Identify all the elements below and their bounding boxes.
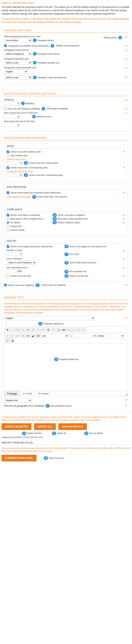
- clear-format-icon[interactable]: ⌫: [36, 334, 40, 338]
- align-center-icon[interactable]: ≡: [72, 328, 76, 332]
- ul-icon[interactable]: •: [5, 334, 10, 338]
- help-icon[interactable]: ❔: [2, 87, 130, 90]
- resize-handle-icon[interactable]: ◢: [126, 394, 127, 396]
- italic-button[interactable]: I: [51, 328, 56, 332]
- refresh-icon[interactable]: ⟳: [123, 217, 125, 220]
- heading-lang-select[interactable]: English: [4, 316, 94, 320]
- tab-design[interactable]: ✎Design: [4, 391, 20, 396]
- refresh-icon[interactable]: ⟳: [125, 99, 128, 102]
- max-tech-input[interactable]: [4, 123, 20, 127]
- weighting-input[interactable]: [4, 102, 20, 105]
- update-selected-button[interactable]: UPDATE SELECTED: [2, 423, 32, 430]
- delivery-date-checkbox[interactable]: [7, 150, 9, 153]
- strike-button[interactable]: abc: [61, 328, 66, 332]
- paragraph-format-select[interactable]: Normal: [97, 334, 124, 338]
- refresh-icon[interactable]: ⟳: [123, 221, 125, 224]
- copy-icon[interactable]: ⧉: [26, 328, 30, 332]
- refresh-icon[interactable]: ⟳: [123, 214, 125, 216]
- refresh-icon[interactable]: ⟳: [125, 112, 128, 115]
- refresh-icon[interactable]: ⟳: [123, 274, 125, 278]
- allow-data-checkbox[interactable]: [7, 218, 9, 220]
- table-icon[interactable]: ▦: [10, 338, 15, 343]
- refresh-icon[interactable]: ⟳: [125, 58, 128, 61]
- undo-icon[interactable]: ↶: [36, 328, 40, 332]
- content-specialist-select[interactable]: Select a user: [4, 75, 32, 80]
- outdent-icon[interactable]: ⇤: [15, 334, 20, 338]
- save-default-button[interactable]: SAVE AS DEFAULT: [58, 423, 87, 430]
- uom-select[interactable]: Select a unit of measure: [7, 260, 36, 265]
- relative-days-radio[interactable]: [7, 154, 9, 157]
- link-icon[interactable]: 🔗: [5, 338, 10, 343]
- supply-pricing-checkbox[interactable]: [7, 245, 9, 248]
- badge-14-label: Allow data on fully complaint items: [58, 218, 88, 220]
- refresh-icon[interactable]: ⟳: [125, 316, 128, 319]
- spellcheck-icon[interactable]: ✓: [10, 328, 15, 332]
- refresh-icon[interactable]: ⟳: [125, 404, 128, 408]
- view-weighting-checkbox[interactable]: [4, 284, 7, 286]
- redo-icon[interactable]: ↷: [41, 328, 46, 332]
- refresh-icon[interactable]: ⟳: [125, 44, 128, 47]
- max-comm-input[interactable]: [4, 114, 20, 118]
- import-excel-button[interactable]: ⬇ IMPORT FROM EXCEL: [2, 455, 36, 462]
- align-right-icon[interactable]: ≡: [76, 328, 81, 332]
- commission-within-input[interactable]: [7, 173, 22, 177]
- fontcolor-icon[interactable]: A▾: [26, 334, 30, 338]
- help-icon[interactable]: ❔: [4, 322, 8, 325]
- delivery-within-input[interactable]: [7, 161, 22, 165]
- font-size-select[interactable]: 1 ...: [69, 334, 96, 338]
- cannot-comply-radio[interactable]: [7, 229, 9, 231]
- ol-icon[interactable]: 1.: [10, 334, 15, 338]
- refresh-icon[interactable]: ⟳: [125, 76, 128, 78]
- print-icon[interactable]: 🖶: [5, 328, 10, 332]
- update-note: Use these links to update all or only th…: [2, 416, 130, 422]
- refresh-icon[interactable]: ⟳: [123, 150, 125, 153]
- prep-select[interactable]: Use all items: [4, 38, 32, 42]
- underline-button[interactable]: U: [56, 328, 61, 332]
- editor-toolbar-2: • 1. ⇤ ⇥ A▾ ◢▾ ⌫ serif 1 ... Normal 🔗 ▦: [4, 333, 128, 344]
- refresh-icon[interactable]: ⟳: [123, 250, 125, 252]
- refresh-icon[interactable]: ⟳: [125, 284, 128, 286]
- refresh-icon[interactable]: ⟳: [125, 107, 128, 110]
- refresh-icon[interactable]: ⟳: [123, 267, 125, 270]
- commission-date-checkbox[interactable]: [7, 166, 9, 169]
- align-justify-icon[interactable]: ≡: [82, 328, 86, 332]
- lang-select[interactable]: English: [4, 69, 28, 74]
- cut-icon[interactable]: ✂: [20, 328, 25, 332]
- comply-fully-radio[interactable]: [7, 225, 9, 228]
- refresh-icon[interactable]: ⟳: [125, 398, 128, 402]
- no-default-radio[interactable]: [7, 221, 9, 224]
- update-all-button[interactable]: UPDATE ALL: [34, 423, 56, 430]
- refresh-icon[interactable]: ⟳: [123, 258, 125, 261]
- find-icon[interactable]: 🔍: [15, 328, 20, 332]
- switch-view-link[interactable]: Switch to extended view mode: [2, 2, 130, 4]
- user-edit-weight-checkbox[interactable]: [4, 107, 7, 110]
- rich-text-editor: 🖶 ✓ 🔍 ✂ ⧉ 📋 ↶ ↷ B I U abc ≡ ≡ ≡ ≡ • 1. ⇤…: [4, 326, 128, 396]
- review-select[interactable]: Select a frequency: [4, 52, 32, 56]
- badge-16: 16: [64, 245, 68, 248]
- bold-button[interactable]: B: [46, 328, 51, 332]
- edit-response-template-link[interactable]: Edit response template: [7, 195, 31, 198]
- editable-checkbox[interactable]: [4, 44, 7, 47]
- refresh-icon[interactable]: ⟳: [123, 166, 125, 169]
- paste-icon[interactable]: 📋: [31, 328, 35, 332]
- badge-22-label: Paragraph editing tools: [43, 323, 64, 325]
- refresh-icon[interactable]: ⟳: [123, 191, 125, 194]
- refresh-icon[interactable]: ⟳: [125, 36, 128, 38]
- tab-html[interactable]: </>HTML: [20, 391, 35, 396]
- est-input[interactable]: [7, 269, 22, 273]
- align-left-icon[interactable]: ≡: [66, 328, 71, 332]
- editor-canvas[interactable]: 23Paragraph default text: [4, 344, 128, 391]
- compliance-subsection: COMPLIANCE Vendor must select compliance…: [4, 206, 128, 236]
- font-family-select[interactable]: serif: [41, 334, 68, 338]
- replace-text-select[interactable]: Replace text: [4, 398, 32, 402]
- tab-preview[interactable]: 👁Preview: [35, 391, 52, 396]
- supply-text-checkbox[interactable]: [7, 192, 9, 194]
- indent-icon[interactable]: ⇥: [20, 334, 25, 338]
- edit-units-checkbox[interactable]: [7, 275, 9, 277]
- select-compliance-checkbox[interactable]: [7, 214, 9, 216]
- specialist-select[interactable]: Select a user: [4, 60, 32, 65]
- units-input[interactable]: [7, 252, 22, 256]
- refresh-icon[interactable]: ⟳: [125, 67, 128, 70]
- bgcolor-icon[interactable]: ◢▾: [31, 334, 35, 338]
- refresh-icon[interactable]: ⟳: [125, 49, 128, 52]
